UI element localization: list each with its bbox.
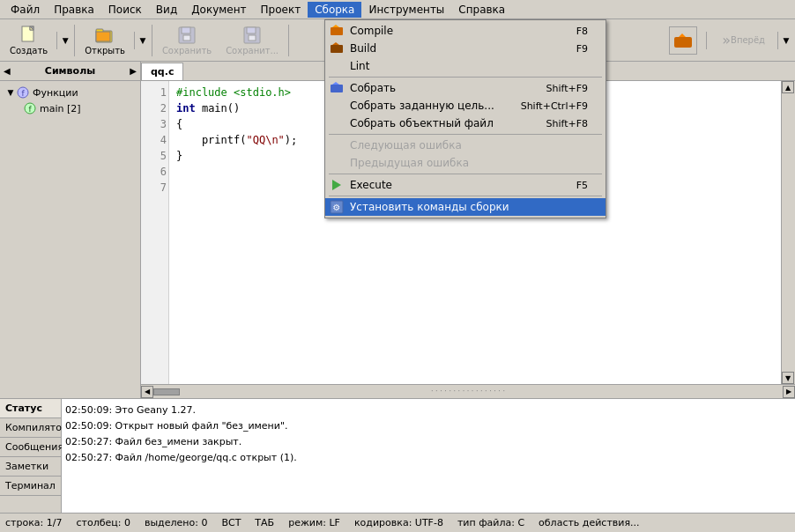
toolbar-open-group: Открыть ▼ <box>78 21 148 60</box>
msg-line-3: 02:50:27: Файл без_имени закрыт. <box>65 434 791 450</box>
create-button[interactable]: Создать <box>4 21 54 60</box>
make-target-label: Собрать заданную цель... <box>350 100 494 112</box>
execute-icon <box>329 177 345 193</box>
toolbar-separator-2 <box>134 32 135 49</box>
msg-tab-status[interactable]: Статус <box>0 399 61 418</box>
status-line: строка: 1/7 <box>5 517 62 528</box>
build-item-label: Build <box>350 42 376 55</box>
menu-sep-2 <box>329 134 602 135</box>
svg-rect-10 <box>247 27 256 33</box>
toolbar-sep-nav2 <box>777 32 778 49</box>
svg-marker-19 <box>332 25 339 27</box>
msg-line-4: 02:50:27: Файл /home/george/qq.c открыт … <box>65 450 791 466</box>
svg-text:⚙: ⚙ <box>333 203 341 212</box>
message-content: 02:50:09: Это Geany 1.27. 02:50:09: Откр… <box>62 399 795 513</box>
open-dropdown[interactable]: ▼ <box>137 32 148 49</box>
menu-compile[interactable]: Compile F8 <box>325 22 606 40</box>
horizontal-scrollbar[interactable]: ◀ · · · · · · · · · · · · · · · · · ▶ <box>141 384 795 398</box>
menu-build-item[interactable]: Build F9 <box>325 40 606 57</box>
open-button[interactable]: Открыть <box>78 21 131 60</box>
forward-label: Вперёд <box>731 35 765 45</box>
open-label: Открыть <box>85 46 125 55</box>
make-all-shortcut: Shift+F9 <box>546 83 588 94</box>
make-all-label: Собрать <box>350 82 396 94</box>
msg-tab-terminal[interactable]: Терминал <box>0 477 61 496</box>
forward-button[interactable]: » Вперёд <box>712 21 775 60</box>
menu-sep-1 <box>329 77 602 78</box>
vertical-scrollbar[interactable]: ▲ ▼ <box>781 81 795 384</box>
tree-root[interactable]: ▼ f Функции <box>4 85 137 100</box>
menu-make-all[interactable]: Собрать Shift+F9 <box>325 79 606 97</box>
svg-rect-5 <box>96 32 110 41</box>
menu-next-error: Следующая ошибка <box>325 137 606 154</box>
tree-root-icon: f <box>16 85 30 100</box>
status-tab: ТАБ <box>255 517 274 528</box>
build-item-icon <box>329 41 345 56</box>
menu-help[interactable]: Справка <box>451 2 512 18</box>
editor-tab[interactable]: qq.c <box>141 63 183 80</box>
msg-tab-notes[interactable]: Заметки <box>0 457 61 477</box>
menu-build[interactable]: Сборка <box>308 2 361 18</box>
save-button[interactable]: Сохранить <box>156 21 218 60</box>
menu-set-build-commands[interactable]: ⚙ Установить команды сборки <box>325 198 606 216</box>
menu-make-target[interactable]: Собрать заданную цель... Shift+Ctrl+F9 <box>325 97 606 115</box>
saveas-icon <box>241 25 263 46</box>
next-error-icon <box>329 137 345 153</box>
forward-dropdown[interactable]: ▼ <box>781 21 791 60</box>
menu-view[interactable]: Вид <box>149 2 184 18</box>
menu-make-object[interactable]: Собрать объектный файл Shift+F8 <box>325 115 606 132</box>
scroll-track <box>782 93 795 372</box>
line-numbers: 1 2 3 4 5 6 7 <box>141 81 169 384</box>
tab-label: qq.c <box>151 66 174 78</box>
message-area: Статус Компилятор Сообщения Заметки Терм… <box>0 398 795 513</box>
build-icon-area <box>669 26 697 55</box>
svg-rect-20 <box>331 45 343 53</box>
menu-sep-3 <box>329 174 602 174</box>
execute-label: Execute <box>350 179 392 191</box>
menu-lint[interactable]: Lint <box>325 57 606 75</box>
msg-tab-messages[interactable]: Сообщения <box>0 438 61 457</box>
menu-prev-error: Предыдущая ошибка <box>325 154 606 172</box>
create-dropdown[interactable]: ▼ <box>60 32 71 49</box>
svg-marker-13 <box>679 33 686 37</box>
menu-document[interactable]: Документ <box>184 2 253 18</box>
sidebar: ◀ Символы ▶ ▼ f Функции f main [2] <box>0 62 141 398</box>
set-commands-icon: ⚙ <box>329 199 345 215</box>
menu-search[interactable]: Поиск <box>101 2 149 18</box>
toolbar-separator-1 <box>56 32 57 49</box>
sidebar-arrow-left[interactable]: ◀ <box>4 66 11 76</box>
toolbar-sep-1 <box>74 25 75 56</box>
make-all-icon <box>329 80 345 96</box>
svg-marker-23 <box>332 82 339 85</box>
sidebar-header: ◀ Символы ▶ <box>0 62 140 81</box>
menu-file[interactable]: Файл <box>4 2 47 18</box>
saveas-button[interactable]: Сохранит... <box>219 21 285 60</box>
menu-tools[interactable]: Инструменты <box>361 2 451 18</box>
tree-expand-icon[interactable]: ▼ <box>5 87 16 98</box>
scroll-left-btn[interactable]: ◀ <box>141 386 153 398</box>
msg-tab-compiler[interactable]: Компилятор <box>0 418 61 438</box>
statusbar: строка: 1/7 столбец: 0 выделено: 0 ВСТ Т… <box>0 513 795 532</box>
prev-error-icon <box>329 155 345 171</box>
tree-root-label: Функции <box>33 87 78 99</box>
compile-icon <box>329 23 345 39</box>
message-tabs: Статус Компилятор Сообщения Заметки Терм… <box>0 399 62 513</box>
svg-rect-18 <box>331 27 343 35</box>
sidebar-arrow-right[interactable]: ▶ <box>130 66 137 76</box>
svg-marker-21 <box>332 42 339 45</box>
svg-rect-12 <box>674 37 692 48</box>
h-scroll-track: · · · · · · · · · · · · · · · · · <box>153 388 783 396</box>
menu-execute[interactable]: Execute F5 <box>325 176 606 194</box>
tree-child-main[interactable]: f main [2] <box>21 100 137 116</box>
scroll-up-btn[interactable]: ▲ <box>782 81 794 93</box>
svg-rect-7 <box>182 27 190 33</box>
menu-edit[interactable]: Правка <box>47 2 101 18</box>
h-scroll-thumb[interactable] <box>153 388 180 395</box>
prev-error-label: Предыдущая ошибка <box>350 157 469 169</box>
scroll-right-btn[interactable]: ▶ <box>783 386 795 398</box>
menu-project[interactable]: Проект <box>254 2 308 18</box>
msg-line-1: 02:50:09: Это Geany 1.27. <box>65 403 791 418</box>
open-file-icon <box>94 25 115 46</box>
svg-rect-8 <box>183 35 190 41</box>
scroll-down-btn[interactable]: ▼ <box>782 372 794 384</box>
